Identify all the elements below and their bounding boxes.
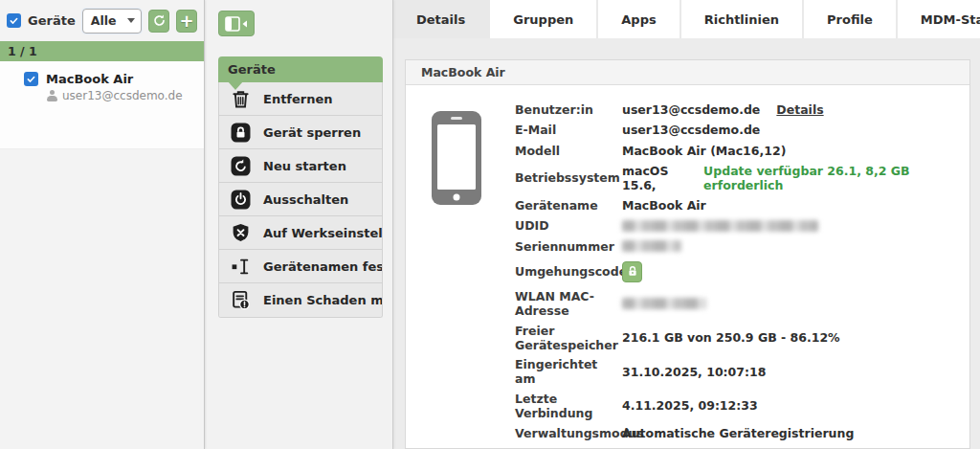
- tab-mdm-status[interactable]: MDM-Status: [898, 0, 980, 38]
- device-user: user13@ccsdemo.de: [62, 89, 183, 102]
- collapse-panel-icon: [225, 16, 248, 32]
- bypass-code-button[interactable]: [622, 261, 642, 282]
- rename-cursor-icon: [230, 256, 251, 277]
- tab-richtlinien[interactable]: Richtlinien: [681, 0, 802, 38]
- menu-item-ausschalten[interactable]: Ausschalten: [219, 183, 382, 216]
- detail-row: GerätenameMacBook Air: [515, 197, 969, 213]
- detail-value: [622, 220, 818, 232]
- device-detail-card: MacBook Air Benutzer:inuser13@ccsdemo.de…: [405, 59, 970, 449]
- factory-reset-shield-icon: [230, 222, 251, 243]
- device-name: MacBook Air: [46, 72, 133, 86]
- detail-card-title: MacBook Air: [406, 60, 969, 85]
- detail-value: Automatische Geräteregistrierung: [622, 426, 854, 440]
- detail-row: Umgehungscode: [515, 259, 969, 284]
- detail-row: UDID: [515, 218, 969, 234]
- detail-label: Umgehungscode: [515, 264, 622, 279]
- detail-label: Betriebssystem: [515, 170, 622, 185]
- menu-item-ger-tenamen-festlegen[interactable]: Gerätenamen festlegen: [219, 250, 382, 283]
- detail-value-text: Automatische Geräteregistrierung: [622, 426, 854, 440]
- detail-row: Freier Gerätespeicher216.1 GB von 250.9 …: [515, 324, 969, 352]
- detail-label: UDID: [515, 218, 622, 233]
- menu-item-einen-schaden-melden[interactable]: Einen Schaden melden: [219, 283, 382, 317]
- detail-row: E-Mailuser13@ccsdemo.de: [515, 123, 969, 138]
- restart-icon: [230, 155, 251, 176]
- detail-label: Eingerichtet am: [515, 357, 622, 386]
- tab-profile[interactable]: Profile: [804, 0, 896, 38]
- chevron-down-icon: [127, 18, 135, 23]
- detail-label: E-Mail: [515, 123, 622, 137]
- menu-item-label: Gerätenamen festlegen: [263, 259, 383, 274]
- menu-item-ger-t-sperren[interactable]: Gerät sperren: [219, 116, 382, 149]
- device-item-header: MacBook Air: [24, 72, 196, 86]
- detail-row: Letzte Verbindung4.11.2025, 09:12:33: [515, 392, 969, 420]
- update-available-text: Update verfügbar 26.1, 8,2 GB erforderli…: [703, 164, 969, 192]
- detail-value: 216.1 GB von 250.9 GB - 86.12%: [622, 330, 840, 345]
- mdm-console: Geräte Alle + 1 / 1 MacBook Airuser13@cc…: [0, 0, 980, 449]
- detail-value: [622, 298, 706, 309]
- device-list: MacBook Airuser13@ccsdemo.de: [0, 61, 204, 149]
- detail-label: Seriennummer: [515, 239, 622, 254]
- detail-value: [622, 261, 642, 282]
- device-count: 1 / 1: [8, 44, 37, 58]
- detail-value-text: user13@ccsdemo.de: [622, 102, 760, 117]
- menu-item-label: Gerät sperren: [263, 125, 361, 140]
- add-device-button[interactable]: +: [176, 10, 197, 33]
- lock-icon: [230, 122, 251, 143]
- trash-icon: [230, 88, 251, 109]
- tab-apps[interactable]: Apps: [598, 0, 679, 38]
- device-filter-select[interactable]: Alle: [82, 9, 142, 34]
- device-list-item[interactable]: MacBook Airuser13@ccsdemo.de: [0, 70, 204, 104]
- menu-item-auf-werkseinstellungen-z[interactable]: Auf Werkseinstellungen z...: [219, 216, 382, 250]
- collapse-panel-button[interactable]: [218, 11, 255, 36]
- actions-menu: Geräte EntfernenGerät sperrenNeu starten…: [218, 56, 383, 318]
- refresh-button[interactable]: [148, 10, 169, 33]
- detail-value-text: 31.10.2025, 10:07:18: [622, 365, 766, 379]
- device-filter-label: Geräte: [28, 13, 76, 28]
- device-icon-column: [431, 101, 515, 448]
- add-icon: +: [179, 12, 193, 30]
- detail-value: [622, 240, 681, 252]
- detail-label: Gerätename: [515, 198, 622, 213]
- actions-panel: Geräte EntfernenGerät sperrenNeu starten…: [205, 0, 393, 449]
- redacted-value: [622, 240, 681, 252]
- detail-row: BetriebssystemmacOS 15.6,Update verfügba…: [515, 164, 969, 192]
- detail-row: Seriennummer: [515, 238, 969, 254]
- damage-report-icon: [230, 290, 251, 311]
- detail-label: Benutzer:in: [515, 102, 622, 117]
- detail-row: Benutzer:inuser13@ccsdemo.deDetails: [515, 101, 969, 117]
- actions-menu-items: EntfernenGerät sperrenNeu startenAusscha…: [218, 82, 383, 318]
- menu-item-label: Einen Schaden melden: [263, 293, 383, 307]
- menu-item-neu-starten[interactable]: Neu starten: [219, 149, 382, 183]
- detail-label: Freier Gerätespeicher: [515, 324, 622, 352]
- detail-value: 31.10.2025, 10:07:18: [622, 365, 766, 379]
- redacted-value: [622, 220, 818, 232]
- tab-details[interactable]: Details: [393, 0, 488, 38]
- select-all-checkbox[interactable]: [7, 13, 21, 28]
- detail-label: Letzte Verbindung: [515, 392, 622, 420]
- menu-item-label: Ausschalten: [263, 192, 348, 207]
- detail-value-text: 4.11.2025, 09:12:33: [622, 398, 758, 413]
- actions-menu-header: Geräte: [218, 56, 383, 82]
- detail-value: user13@ccsdemo.de: [622, 123, 760, 137]
- detail-value-text: macOS 15.6,: [622, 164, 700, 192]
- detail-row: Eingerichtet am31.10.2025, 10:07:18: [515, 357, 969, 386]
- detail-value: MacBook Air: [622, 198, 706, 213]
- detail-value-text: 216.1 GB von 250.9 GB - 86.12%: [622, 330, 840, 345]
- detail-row: WLAN MAC-Adresse: [515, 289, 969, 318]
- tab-bar: DetailsGruppenAppsRichtlinienProfileMDM-…: [393, 0, 980, 38]
- menu-pointer: [228, 81, 243, 90]
- detail-value-text: MacBook Air: [622, 198, 706, 213]
- detail-label: Verwaltungsmodus: [515, 426, 622, 440]
- device-list-toolbar: Geräte Alle +: [0, 0, 204, 41]
- refresh-icon: [152, 13, 167, 28]
- power-icon: [230, 189, 251, 210]
- detail-value: MacBook Air (Mac16,12): [622, 144, 786, 158]
- tab-gruppen[interactable]: Gruppen: [490, 0, 596, 38]
- detail-value-text: MacBook Air (Mac16,12): [622, 144, 786, 158]
- menu-item-entfernen[interactable]: Entfernen: [219, 82, 382, 116]
- detail-card-body: Benutzer:inuser13@ccsdemo.deDetailsE-Mai…: [406, 85, 969, 448]
- detail-value: macOS 15.6,Update verfügbar 26.1, 8,2 GB…: [622, 164, 969, 192]
- details-link[interactable]: Details: [776, 102, 823, 117]
- device-list-panel: Geräte Alle + 1 / 1 MacBook Airuser13@cc…: [0, 0, 205, 449]
- device-checkbox[interactable]: [24, 72, 38, 86]
